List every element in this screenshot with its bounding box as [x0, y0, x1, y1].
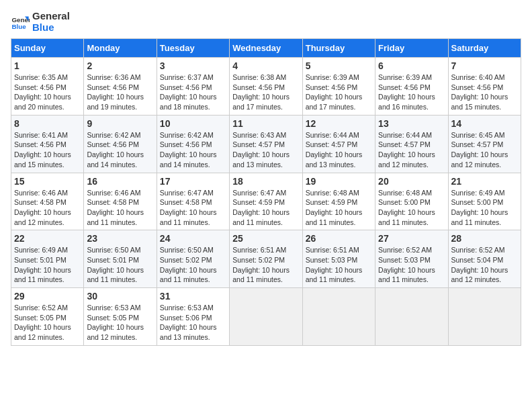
day-number: 17: [160, 176, 226, 187]
day-cell: 23 Sunrise: 6:50 AMSunset: 5:01 PMDaylig…: [84, 230, 157, 288]
day-info: Sunrise: 6:36 AMSunset: 4:56 PMDaylight:…: [87, 73, 144, 111]
day-info: Sunrise: 6:48 AMSunset: 5:00 PMDaylight:…: [378, 189, 435, 226]
day-info: Sunrise: 6:52 AMSunset: 5:04 PMDaylight:…: [451, 246, 508, 283]
day-number: 3: [160, 60, 226, 71]
day-number: 4: [232, 60, 299, 71]
day-cell: 18 Sunrise: 6:47 AMSunset: 4:59 PMDaylig…: [230, 173, 302, 230]
day-number: 24: [160, 233, 226, 244]
day-cell: 27 Sunrise: 6:52 AMSunset: 5:03 PMDaylig…: [375, 230, 448, 288]
day-cell: 11 Sunrise: 6:43 AMSunset: 4:57 PMDaylig…: [230, 115, 302, 173]
day-info: Sunrise: 6:51 AMSunset: 5:03 PMDaylight:…: [306, 246, 363, 283]
week-row-1: 1 Sunrise: 6:35 AMSunset: 4:56 PMDayligh…: [11, 58, 521, 116]
column-header-tuesday: Tuesday: [157, 39, 229, 58]
day-number: 13: [378, 118, 445, 129]
day-info: Sunrise: 6:41 AMSunset: 4:56 PMDaylight:…: [14, 131, 71, 169]
day-cell: 25 Sunrise: 6:51 AMSunset: 5:02 PMDaylig…: [230, 230, 302, 288]
day-cell: 3 Sunrise: 6:37 AMSunset: 4:56 PMDayligh…: [157, 58, 229, 116]
day-cell: [302, 288, 375, 346]
day-number: 18: [232, 176, 299, 187]
day-info: Sunrise: 6:53 AMSunset: 5:05 PMDaylight:…: [87, 304, 144, 341]
day-cell: 9 Sunrise: 6:42 AMSunset: 4:56 PMDayligh…: [84, 115, 157, 173]
day-info: Sunrise: 6:44 AMSunset: 4:57 PMDaylight:…: [306, 131, 363, 169]
day-info: Sunrise: 6:52 AMSunset: 5:05 PMDaylight:…: [14, 304, 71, 341]
week-row-2: 8 Sunrise: 6:41 AMSunset: 4:56 PMDayligh…: [11, 115, 521, 173]
day-cell: 26 Sunrise: 6:51 AMSunset: 5:03 PMDaylig…: [302, 230, 375, 288]
day-info: Sunrise: 6:50 AMSunset: 5:01 PMDaylight:…: [87, 246, 144, 283]
day-cell: 22 Sunrise: 6:49 AMSunset: 5:01 PMDaylig…: [11, 230, 84, 288]
day-info: Sunrise: 6:44 AMSunset: 4:57 PMDaylight:…: [378, 131, 435, 169]
day-cell: 21 Sunrise: 6:49 AMSunset: 5:00 PMDaylig…: [448, 173, 521, 230]
day-cell: 14 Sunrise: 6:45 AMSunset: 4:57 PMDaylig…: [448, 115, 521, 173]
day-number: 2: [87, 60, 153, 71]
day-cell: 20 Sunrise: 6:48 AMSunset: 5:00 PMDaylig…: [375, 173, 448, 230]
column-header-friday: Friday: [375, 39, 448, 58]
day-cell: 8 Sunrise: 6:41 AMSunset: 4:56 PMDayligh…: [11, 115, 84, 173]
day-cell: 7 Sunrise: 6:40 AMSunset: 4:56 PMDayligh…: [448, 58, 521, 116]
day-cell: 12 Sunrise: 6:44 AMSunset: 4:57 PMDaylig…: [302, 115, 375, 173]
day-cell: 10 Sunrise: 6:42 AMSunset: 4:56 PMDaylig…: [157, 115, 229, 173]
header: General Blue General Blue: [11, 11, 521, 33]
day-number: 27: [378, 233, 445, 244]
day-info: Sunrise: 6:49 AMSunset: 5:01 PMDaylight:…: [14, 246, 71, 283]
day-number: 14: [451, 118, 518, 129]
day-number: 16: [87, 176, 153, 187]
day-info: Sunrise: 6:53 AMSunset: 5:06 PMDaylight:…: [160, 304, 217, 341]
day-number: 20: [378, 176, 445, 187]
day-number: 19: [306, 176, 372, 187]
day-info: Sunrise: 6:35 AMSunset: 4:56 PMDaylight:…: [14, 73, 71, 111]
day-info: Sunrise: 6:39 AMSunset: 4:56 PMDaylight:…: [378, 73, 435, 111]
day-info: Sunrise: 6:40 AMSunset: 4:56 PMDaylight:…: [451, 73, 508, 111]
day-info: Sunrise: 6:46 AMSunset: 4:58 PMDaylight:…: [14, 189, 71, 226]
column-header-monday: Monday: [84, 39, 157, 58]
day-info: Sunrise: 6:37 AMSunset: 4:56 PMDaylight:…: [160, 73, 217, 111]
day-info: Sunrise: 6:43 AMSunset: 4:57 PMDaylight:…: [232, 131, 290, 169]
header-row: SundayMondayTuesdayWednesdayThursdayFrid…: [11, 39, 521, 58]
column-header-sunday: Sunday: [11, 39, 84, 58]
day-info: Sunrise: 6:38 AMSunset: 4:56 PMDaylight:…: [232, 73, 290, 111]
day-info: Sunrise: 6:39 AMSunset: 4:56 PMDaylight:…: [306, 73, 363, 111]
logo-line1: General: [32, 11, 70, 22]
logo-icon: General Blue: [11, 13, 30, 32]
day-cell: [375, 288, 448, 346]
day-cell: 16 Sunrise: 6:46 AMSunset: 4:58 PMDaylig…: [84, 173, 157, 230]
week-row-4: 22 Sunrise: 6:49 AMSunset: 5:01 PMDaylig…: [11, 230, 521, 288]
day-number: 21: [451, 176, 518, 187]
column-header-saturday: Saturday: [448, 39, 521, 58]
day-number: 6: [378, 60, 445, 71]
day-cell: 15 Sunrise: 6:46 AMSunset: 4:58 PMDaylig…: [11, 173, 84, 230]
day-info: Sunrise: 6:52 AMSunset: 5:03 PMDaylight:…: [378, 246, 435, 283]
day-number: 7: [451, 60, 518, 71]
day-info: Sunrise: 6:42 AMSunset: 4:56 PMDaylight:…: [87, 131, 144, 169]
day-number: 25: [232, 233, 299, 244]
day-number: 8: [14, 118, 81, 129]
day-cell: 4 Sunrise: 6:38 AMSunset: 4:56 PMDayligh…: [230, 58, 302, 116]
day-cell: 13 Sunrise: 6:44 AMSunset: 4:57 PMDaylig…: [375, 115, 448, 173]
day-cell: [230, 288, 302, 346]
day-info: Sunrise: 6:42 AMSunset: 4:56 PMDaylight:…: [160, 131, 217, 169]
day-info: Sunrise: 6:47 AMSunset: 4:58 PMDaylight:…: [160, 189, 217, 226]
day-number: 15: [14, 176, 81, 187]
day-cell: 19 Sunrise: 6:48 AMSunset: 4:59 PMDaylig…: [302, 173, 375, 230]
day-info: Sunrise: 6:51 AMSunset: 5:02 PMDaylight:…: [232, 246, 290, 283]
column-header-wednesday: Wednesday: [230, 39, 302, 58]
logo: General Blue General Blue: [11, 11, 70, 33]
day-number: 30: [87, 291, 153, 302]
day-number: 28: [451, 233, 518, 244]
day-info: Sunrise: 6:48 AMSunset: 4:59 PMDaylight:…: [306, 189, 363, 226]
day-number: 10: [160, 118, 226, 129]
day-cell: 28 Sunrise: 6:52 AMSunset: 5:04 PMDaylig…: [448, 230, 521, 288]
day-cell: 1 Sunrise: 6:35 AMSunset: 4:56 PMDayligh…: [11, 58, 84, 116]
day-number: 31: [160, 291, 226, 302]
day-cell: [448, 288, 521, 346]
day-number: 11: [232, 118, 299, 129]
day-cell: 24 Sunrise: 6:50 AMSunset: 5:02 PMDaylig…: [157, 230, 229, 288]
calendar-table: SundayMondayTuesdayWednesdayThursdayFrid…: [11, 38, 521, 346]
day-cell: 30 Sunrise: 6:53 AMSunset: 5:05 PMDaylig…: [84, 288, 157, 346]
day-cell: 6 Sunrise: 6:39 AMSunset: 4:56 PMDayligh…: [375, 58, 448, 116]
day-number: 9: [87, 118, 153, 129]
day-number: 5: [306, 60, 372, 71]
day-cell: 17 Sunrise: 6:47 AMSunset: 4:58 PMDaylig…: [157, 173, 229, 230]
day-number: 22: [14, 233, 81, 244]
column-header-thursday: Thursday: [302, 39, 375, 58]
day-info: Sunrise: 6:47 AMSunset: 4:59 PMDaylight:…: [232, 189, 290, 226]
